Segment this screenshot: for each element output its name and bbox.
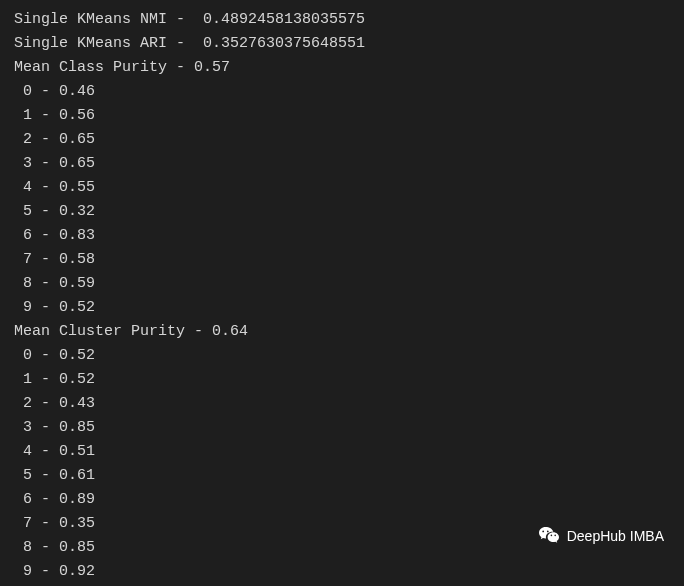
console-line-ari: Single KMeans ARI - 0.3527630375648551 xyxy=(14,32,670,56)
console-line-entry: 6 - 0.89 xyxy=(14,488,670,512)
console-line-entry: 5 - 0.61 xyxy=(14,464,670,488)
cluster-purity-list: 0 - 0.52 1 - 0.52 2 - 0.43 3 - 0.85 4 - … xyxy=(14,344,670,584)
nmi-value: 0.4892458138035575 xyxy=(203,11,365,28)
console-line-entry: 3 - 0.85 xyxy=(14,416,670,440)
console-line-entry: 0 - 0.52 xyxy=(14,344,670,368)
nmi-label: Single KMeans NMI - xyxy=(14,11,203,28)
console-line-entry: 4 - 0.51 xyxy=(14,440,670,464)
wechat-icon xyxy=(537,524,561,548)
console-line-entry: 8 - 0.59 xyxy=(14,272,670,296)
console-line-entry: 3 - 0.65 xyxy=(14,152,670,176)
cluster-purity-label: Mean Cluster Purity - xyxy=(14,323,212,340)
console-line-class-purity-header: Mean Class Purity - 0.57 xyxy=(14,56,670,80)
console-line-entry: 7 - 0.58 xyxy=(14,248,670,272)
console-line-entry: 0 - 0.46 xyxy=(14,80,670,104)
ari-label: Single KMeans ARI - xyxy=(14,35,203,52)
console-line-entry: 1 - 0.56 xyxy=(14,104,670,128)
class-purity-list: 0 - 0.46 1 - 0.56 2 - 0.65 3 - 0.65 4 - … xyxy=(14,80,670,320)
console-line-entry: 4 - 0.55 xyxy=(14,176,670,200)
console-line-entry: 6 - 0.83 xyxy=(14,224,670,248)
console-line-nmi: Single KMeans NMI - 0.4892458138035575 xyxy=(14,8,670,32)
console-line-entry: 5 - 0.32 xyxy=(14,200,670,224)
cluster-purity-value: 0.64 xyxy=(212,323,248,340)
watermark: DeepHub IMBA xyxy=(537,524,664,548)
console-line-entry: 2 - 0.43 xyxy=(14,392,670,416)
console-line-entry: 1 - 0.52 xyxy=(14,368,670,392)
ari-value: 0.3527630375648551 xyxy=(203,35,365,52)
watermark-text: DeepHub IMBA xyxy=(567,524,664,548)
console-line-entry: 2 - 0.65 xyxy=(14,128,670,152)
class-purity-value: 0.57 xyxy=(194,59,230,76)
console-line-entry: 9 - 0.52 xyxy=(14,296,670,320)
console-line-cluster-purity-header: Mean Cluster Purity - 0.64 xyxy=(14,320,670,344)
class-purity-label: Mean Class Purity - xyxy=(14,59,194,76)
console-line-entry: 9 - 0.92 xyxy=(14,560,670,584)
